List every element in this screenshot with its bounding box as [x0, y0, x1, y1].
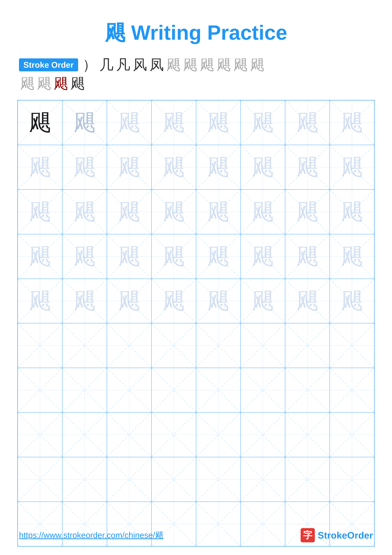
grid-cell[interactable]: 飓 [62, 234, 107, 279]
grid-cell[interactable]: 飓 [241, 145, 285, 190]
practice-char: 飓 [29, 197, 51, 227]
grid-cell[interactable] [18, 457, 62, 502]
practice-char: 飓 [163, 286, 185, 316]
grid-cell[interactable] [241, 368, 285, 412]
svg-line-128 [18, 457, 62, 502]
grid-cell[interactable]: 飓 [330, 279, 374, 323]
svg-line-138 [241, 457, 285, 502]
grid-cell[interactable] [196, 368, 241, 412]
grid-cell[interactable]: 飓 [151, 100, 196, 145]
grid-cell[interactable]: 飓 [18, 190, 62, 234]
grid-cell[interactable]: 飓 [330, 234, 374, 279]
grid-cell[interactable]: 飓 [151, 190, 196, 234]
grid-cell[interactable]: 飓 [151, 145, 196, 190]
grid-cell[interactable] [330, 457, 374, 502]
grid-cell[interactable]: 飓 [330, 190, 374, 234]
grid-cell[interactable]: 飓 [285, 190, 330, 234]
grid-cell[interactable]: 飓 [107, 190, 151, 234]
grid-cell[interactable] [285, 457, 330, 502]
grid-cell[interactable]: 飓 [18, 279, 62, 323]
grid-cell[interactable] [285, 323, 330, 368]
practice-char: 飓 [29, 152, 51, 182]
grid-cell[interactable]: 飓 [151, 279, 196, 323]
svg-line-88 [196, 323, 241, 368]
practice-char: 飓 [252, 197, 274, 227]
footer-link[interactable]: https://www.strokeorder.com/chinese/飓 [19, 530, 163, 541]
grid-cell[interactable] [285, 412, 330, 457]
grid-cell[interactable] [241, 323, 285, 368]
grid-cell[interactable]: 飓 [18, 234, 62, 279]
svg-line-140 [285, 457, 329, 502]
grid-cell[interactable] [107, 323, 151, 368]
grid-cell[interactable]: 飓 [196, 234, 241, 279]
grid-cell[interactable] [18, 412, 62, 457]
svg-line-95 [330, 323, 374, 368]
grid-cell[interactable]: 飓 [285, 279, 330, 323]
grid-cell[interactable] [151, 368, 196, 412]
svg-line-119 [152, 413, 196, 457]
grid-cell[interactable]: 飓 [107, 234, 151, 279]
svg-line-124 [285, 413, 329, 457]
grid-cell[interactable] [107, 412, 151, 457]
grid-cell[interactable]: 飓 [241, 279, 285, 323]
grid-cell[interactable]: 飓 [330, 145, 374, 190]
grid-cell[interactable]: 飓 [107, 100, 151, 145]
grid-cell[interactable] [151, 412, 196, 457]
grid-cell[interactable] [196, 457, 241, 502]
grid-cell[interactable] [330, 323, 374, 368]
grid-cell[interactable] [151, 457, 196, 502]
grid-cell[interactable]: 飓 [62, 279, 107, 323]
practice-char: 飓 [163, 241, 185, 271]
practice-grid: 飓 飓 飓 飓 飓 飓 飓 飓 [17, 100, 375, 547]
grid-cell[interactable]: 飓 [196, 190, 241, 234]
grid-cell[interactable] [18, 368, 62, 412]
practice-char: 飓 [118, 197, 140, 227]
svg-line-102 [152, 368, 196, 412]
grid-cell[interactable] [62, 368, 107, 412]
grid-cell[interactable] [62, 457, 107, 502]
grid-cell[interactable] [62, 412, 107, 457]
grid-cell[interactable] [18, 323, 62, 368]
grid-cell[interactable]: 飓 [285, 100, 330, 145]
grid-cell[interactable]: 飓 [241, 100, 285, 145]
grid-cell[interactable] [62, 323, 107, 368]
grid-row-7 [18, 368, 374, 412]
grid-cell[interactable] [196, 412, 241, 457]
svg-line-112 [18, 413, 62, 457]
svg-line-121 [196, 413, 241, 457]
practice-char: 飓 [73, 197, 96, 227]
grid-cell[interactable]: 飓 [285, 145, 330, 190]
svg-line-86 [152, 323, 196, 368]
grid-cell[interactable] [330, 368, 374, 412]
grid-cell[interactable] [330, 412, 374, 457]
practice-char: 飓 [118, 152, 140, 182]
grid-cell[interactable]: 飓 [107, 279, 151, 323]
grid-cell[interactable]: 飓 [62, 190, 107, 234]
grid-cell[interactable]: 飓 [107, 145, 151, 190]
grid-cell[interactable] [107, 457, 151, 502]
grid-cell[interactable]: 飓 [18, 100, 62, 145]
grid-cell[interactable] [285, 368, 330, 412]
grid-cell[interactable]: 飓 [62, 145, 107, 190]
grid-cell[interactable]: 飓 [241, 190, 285, 234]
grid-cell[interactable] [196, 323, 241, 368]
grid-cell[interactable] [241, 457, 285, 502]
practice-char: 飓 [207, 197, 229, 227]
grid-cell[interactable]: 飓 [330, 100, 374, 145]
grid-cell[interactable]: 飓 [196, 145, 241, 190]
logo-text: StrokeOrder [318, 530, 373, 541]
page-title: 飓 Writing Practice [0, 0, 392, 56]
grid-cell[interactable] [241, 412, 285, 457]
grid-cell[interactable]: 飓 [196, 279, 241, 323]
grid-cell[interactable] [151, 323, 196, 368]
svg-line-111 [330, 368, 374, 412]
stroke-6: 飓 [183, 56, 197, 73]
grid-cell[interactable]: 飓 [241, 234, 285, 279]
grid-cell[interactable]: 飓 [285, 234, 330, 279]
grid-cell[interactable] [107, 368, 151, 412]
grid-cell[interactable]: 飓 [18, 145, 62, 190]
grid-cell[interactable]: 飓 [62, 100, 107, 145]
grid-cell[interactable]: 飓 [151, 234, 196, 279]
svg-line-94 [330, 323, 374, 368]
grid-cell[interactable]: 飓 [196, 100, 241, 145]
